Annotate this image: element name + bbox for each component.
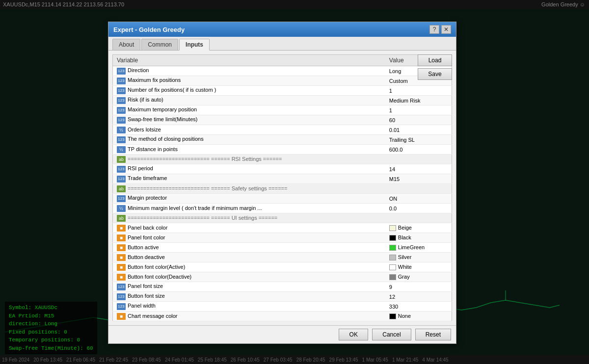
- value-label: ON: [389, 196, 398, 202]
- variable-label: Orders lotsize: [128, 127, 161, 132]
- variable-cell: 123RSI period: [113, 164, 385, 174]
- table-row[interactable]: 123Swap-free time limit(Minutes)60: [113, 115, 452, 125]
- type-icon: ■: [117, 313, 126, 320]
- table-row[interactable]: ■Button font color(Deactive)Gray: [113, 272, 452, 282]
- dialog-title: Expert - Golden Greedy: [113, 26, 185, 33]
- load-button[interactable]: Load: [418, 54, 452, 66]
- table-row[interactable]: 123Panel width330: [113, 302, 452, 312]
- type-icon: ½: [117, 205, 126, 212]
- table-row[interactable]: ■Button activeLimeGreen: [113, 243, 452, 253]
- value-cell: 60: [385, 115, 452, 125]
- variable-cell: 123Trade timeframe: [113, 174, 385, 184]
- variable-cell: 123The method of closing positions: [113, 135, 385, 145]
- cancel-button[interactable]: Cancel: [372, 329, 411, 340]
- table-row[interactable]: ■Panel back colorBeige: [113, 223, 452, 233]
- tab-inputs[interactable]: Inputs: [179, 39, 210, 51]
- value-cell: 1: [385, 86, 452, 96]
- variable-label: RSI period: [128, 165, 153, 171]
- type-icon: 123: [117, 166, 126, 173]
- value-label: Long: [389, 68, 401, 74]
- type-icon: 123: [117, 176, 126, 182]
- color-swatch: [389, 313, 396, 319]
- value-label: 1: [389, 107, 392, 113]
- type-icon: 123: [117, 68, 126, 75]
- type-icon: 123: [117, 136, 126, 143]
- value-cell: 1: [385, 105, 452, 115]
- table-container[interactable]: Variable Value 123DirectionLong123Maximu…: [108, 51, 456, 325]
- variable-cell: ½TP distance in points: [113, 145, 385, 155]
- table-row[interactable]: 123Margin protectorON: [113, 194, 452, 204]
- table-row[interactable]: 123Trade timeframeM15: [113, 174, 452, 184]
- color-swatch: [389, 264, 396, 270]
- value-cell: LimeGreen: [385, 243, 452, 253]
- col-variable-header: Variable: [113, 55, 385, 66]
- value-cell: 14: [385, 164, 452, 174]
- variable-cell: 123Panel font size: [113, 282, 385, 292]
- table-row[interactable]: 123Maximum temporary position1: [113, 105, 452, 115]
- save-button[interactable]: Save: [418, 68, 452, 80]
- table-row[interactable]: ■Chart message colorNone: [113, 312, 452, 321]
- value-cell: M15: [385, 174, 452, 184]
- value-label: 60: [389, 117, 395, 123]
- reset-button[interactable]: Reset: [415, 329, 451, 340]
- params-table: Variable Value 123DirectionLong123Maximu…: [112, 54, 452, 321]
- ok-button[interactable]: OK: [339, 329, 368, 340]
- table-row[interactable]: 123Number of fix positions( if is custom…: [113, 86, 452, 96]
- value-cell: Silver: [385, 253, 452, 262]
- value-cell: 600.0: [385, 145, 452, 155]
- value-label: 9: [389, 284, 392, 290]
- variable-cell: ■Button deactive: [113, 253, 385, 262]
- type-icon: ■: [117, 225, 126, 232]
- variable-label: Panel font size: [128, 283, 163, 289]
- close-button[interactable]: ✕: [441, 25, 451, 34]
- tab-common[interactable]: Common: [141, 39, 178, 50]
- variable-cell: 123Panel width: [113, 302, 385, 312]
- variable-cell: ½Minimum margin level ( don't trade if m…: [113, 204, 385, 213]
- variable-label: Direction: [128, 67, 149, 73]
- table-row[interactable]: ab========================== ====== Safe…: [113, 184, 452, 194]
- variable-label: Button font color(Active): [128, 264, 185, 270]
- tab-about[interactable]: About: [112, 39, 140, 50]
- value-cell: Trailing SL: [385, 135, 452, 145]
- variable-label: Swap-free time limit(Minutes): [128, 116, 197, 122]
- value-label: Black: [398, 234, 411, 240]
- value-cell: [385, 184, 452, 194]
- help-button[interactable]: ?: [429, 25, 439, 34]
- table-row[interactable]: ab========================== ====== UI s…: [113, 213, 452, 223]
- type-icon: ab: [117, 215, 126, 222]
- value-cell: None: [385, 312, 452, 321]
- table-row[interactable]: ½Minimum margin level ( don't trade if m…: [113, 204, 452, 213]
- variable-label: ========================== ====== RSI Se…: [128, 156, 282, 162]
- table-row[interactable]: 123Button font size12: [113, 292, 452, 302]
- variable-cell: 123Maximum temporary position: [113, 105, 385, 115]
- table-row[interactable]: ½TP distance in points600.0: [113, 145, 452, 155]
- value-label: 14: [389, 166, 395, 172]
- type-icon: 123: [117, 303, 126, 310]
- table-row[interactable]: 123Maximum fix positionsCustom: [113, 76, 452, 86]
- color-swatch: [389, 274, 396, 280]
- value-label: Silver: [398, 254, 412, 260]
- value-label: None: [398, 313, 411, 319]
- variable-label: Panel font color: [128, 234, 165, 240]
- table-row[interactable]: ■Button font color(Active)White: [113, 262, 452, 272]
- variable-label: TP distance in points: [128, 146, 178, 152]
- table-row[interactable]: ab========================== ====== RSI …: [113, 155, 452, 164]
- table-row[interactable]: ■Panel font colorBlack: [113, 233, 452, 243]
- variable-label: Maximum fix positions: [128, 77, 181, 83]
- variable-label: Margin protector: [128, 195, 167, 201]
- variable-label: Panel width: [128, 303, 156, 309]
- table-row[interactable]: 123RSI period14: [113, 164, 452, 174]
- variable-cell: 123Number of fix positions( if is custom…: [113, 86, 385, 96]
- table-row[interactable]: 123The method of closing positionsTraili…: [113, 135, 452, 145]
- value-cell: 0.0: [385, 204, 452, 213]
- table-row[interactable]: 123Risk (if is auto)Medium Risk: [113, 96, 452, 105]
- value-cell: Beige: [385, 223, 452, 233]
- value-cell: 12: [385, 292, 452, 302]
- table-row[interactable]: 123DirectionLong: [113, 66, 452, 76]
- value-label: White: [398, 264, 412, 270]
- table-row[interactable]: ■Button deactiveSilver: [113, 253, 452, 262]
- value-label: 0.0: [389, 206, 397, 211]
- variable-cell: ■Button active: [113, 243, 385, 253]
- table-row[interactable]: 123Panel font size9: [113, 282, 452, 292]
- table-row[interactable]: ½Orders lotsize0.01: [113, 125, 452, 135]
